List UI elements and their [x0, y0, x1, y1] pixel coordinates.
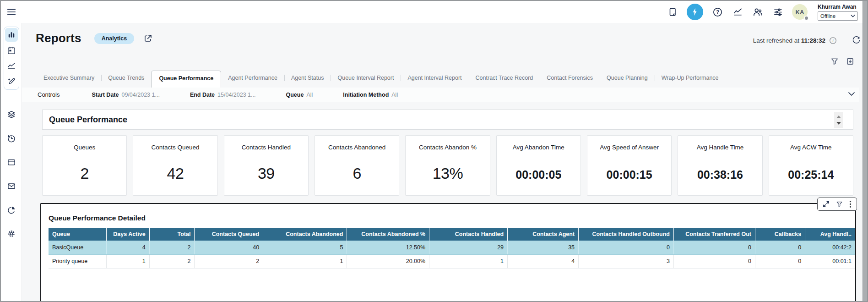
status-select[interactable]: Offline [818, 11, 858, 21]
tab-contact-forensics[interactable]: Contact Forensics [540, 71, 600, 85]
layers-icon [7, 110, 16, 119]
panel-filter-icon[interactable] [836, 201, 843, 208]
tab-wrap-up-performance[interactable]: Wrap-Up Performance [655, 71, 726, 85]
controls-bar: Controls Start Date09/04/2023 1... End D… [22, 88, 859, 102]
section-header: Queue Performance [42, 110, 853, 130]
kpi-avg-speed-of-answer: Avg Speed of Answer 00:00:15 [587, 135, 672, 196]
col-contacts-agent[interactable]: Contacts Agent [508, 228, 579, 241]
energy-bolt-icon[interactable] [687, 4, 703, 20]
sidebar-item-pie-chart[interactable] [5, 203, 18, 217]
tab-queue-trends[interactable]: Queue Trends [101, 71, 151, 85]
kpi-queues: Queues 2 [42, 135, 127, 196]
table-header-row: Queue Days Active Total Contacts Queued … [49, 228, 855, 241]
col-contacts-tranferred-out[interactable]: Contacts Tranferred Out [673, 228, 755, 241]
top-bar: ? KA Khurram Awan Offline [1, 1, 863, 23]
kpi-avg-acw-time: Avg ACW Time 00:25:14 [769, 135, 853, 196]
col-days-active[interactable]: Days Active [107, 228, 149, 241]
queue-performance-detailed-panel: Queue Performance Detailed Queue Days Ac… [40, 203, 856, 302]
kpi-avg-abandon-time: Avg Abandon Time 00:00:05 [496, 135, 581, 196]
table-row-priority-queue[interactable]: Priority queue 1 2 2 1 20.00% 1 4 3 0 0 … [49, 254, 855, 268]
analytics-badge: Analytics [94, 33, 135, 44]
sidebar-item-history[interactable] [5, 132, 18, 145]
hamburger-menu-icon[interactable] [6, 7, 16, 17]
tab-queue-performance[interactable]: Queue Performance [151, 71, 221, 88]
sketch-icon [7, 77, 16, 86]
users-icon[interactable] [752, 6, 764, 18]
kpi-contacts-handled: Contacts Handled 39 [224, 135, 309, 196]
pie-chart-icon [7, 205, 16, 214]
sidebar-item-mail[interactable] [5, 179, 18, 193]
user-name: Khurram Awan [818, 4, 858, 10]
kebab-menu-icon[interactable] [849, 200, 852, 208]
tab-agent-interval-report[interactable]: Agent Interval Report [401, 71, 468, 85]
vertical-scrollbar[interactable] [863, 1, 867, 301]
controls-collapse-chevron-icon[interactable] [848, 91, 855, 97]
page-header: Reports Analytics Last refreshed at 11:2… [36, 31, 859, 45]
queue-performance-table: Queue Days Active Total Contacts Queued … [49, 228, 855, 269]
svg-text:?: ? [716, 9, 719, 15]
tab-agent-performance[interactable]: Agent Performance [221, 71, 284, 85]
sidebar-item-window[interactable] [5, 155, 18, 169]
panel-toolbar [817, 198, 857, 211]
avatar-initials: KA [796, 9, 804, 16]
app-window: ? KA Khurram Awan Offline [0, 0, 868, 302]
kpi-contacts-abandon-pct: Contacts Abandon % 13% [405, 135, 490, 196]
bar-chart-icon [7, 30, 16, 39]
info-icon[interactable]: i [829, 37, 837, 44]
tab-queue-interval-report[interactable]: Queue Interval Report [331, 71, 401, 85]
kpi-contacts-abandoned: Contacts Abandoned 6 [315, 135, 399, 196]
scroll-down-icon [836, 122, 841, 125]
col-contacts-handled[interactable]: Contacts Handled [429, 228, 508, 241]
tab-contract-trace-record[interactable]: Contract Trace Record [469, 71, 540, 85]
presence-dot [804, 16, 809, 21]
col-contacts-handled-outbound[interactable]: Contacts Handled Outbound [579, 228, 674, 241]
filter-end-date[interactable]: End Date15/04/2023 1... [190, 92, 256, 98]
table-row-basicqueue[interactable]: BasicQueue 4 2 40 5 12.50% 29 35 0 0 0 0… [49, 241, 855, 254]
preferences-icon[interactable] [772, 6, 784, 18]
help-icon[interactable]: ? [711, 6, 723, 18]
metrics-icon[interactable] [732, 6, 743, 18]
sidebar-item-line-chart[interactable] [5, 59, 18, 73]
filter-initiation-method[interactable]: Initiation MethodAll [343, 92, 398, 98]
sidebar-analytics-group [4, 27, 19, 90]
tab-queue-planning[interactable]: Queue Planning [600, 71, 655, 85]
expand-icon[interactable] [823, 201, 830, 208]
col-queue[interactable]: Queue [49, 228, 107, 241]
sidebar-item-gear[interactable] [5, 227, 18, 241]
refresh-icon[interactable] [852, 36, 861, 45]
tab-agent-status[interactable]: Agent Status [284, 71, 331, 85]
sidebar-item-layers[interactable] [5, 108, 18, 121]
main-content: Reports Analytics Last refreshed at 11:2… [22, 23, 859, 300]
sidebar-item-sketch[interactable] [5, 75, 18, 88]
note-icon[interactable] [667, 6, 678, 18]
col-avg-handle[interactable]: Avg Handl.. [805, 228, 855, 241]
kpi-row: Queues 2 Contacts Queued 42 Contacts Han… [42, 135, 853, 196]
detail-panel-title: Queue Performance Detailed [49, 214, 855, 222]
col-contacts-abandoned[interactable]: Contacts Abandoned [263, 228, 347, 241]
tab-executive-summary[interactable]: Executive Summary [37, 71, 101, 85]
section-scrollbar[interactable] [834, 112, 843, 128]
filter-queue[interactable]: QueueAll [286, 92, 313, 98]
sidebar-item-bar-chart[interactable] [5, 28, 18, 42]
col-contacts-queued[interactable]: Contacts Queued [195, 228, 263, 241]
last-refreshed-time: 11:28:32 [801, 37, 825, 44]
calendar-icon [7, 46, 16, 55]
last-refreshed-text: Last refreshed at 11:28:32 [753, 37, 825, 44]
kpi-contacts-queued: Contacts Queued 42 [133, 135, 217, 196]
col-total[interactable]: Total [149, 228, 195, 241]
refresh-info: Last refreshed at 11:28:32 i [753, 36, 861, 45]
col-contacts-abandoned-pct[interactable]: Contacts Abandoned % [347, 228, 429, 241]
controls-label[interactable]: Controls [38, 91, 60, 98]
report-actions [22, 57, 854, 66]
download-icon[interactable] [846, 57, 854, 66]
scroll-up-icon [836, 115, 841, 118]
window-icon [7, 158, 16, 167]
filter-start-date[interactable]: Start Date09/04/2023 1... [92, 92, 159, 98]
filter-icon[interactable] [830, 57, 839, 66]
sidebar-item-calendar[interactable] [5, 44, 18, 57]
col-callbacks[interactable]: Callbacks [755, 228, 805, 241]
external-link-icon[interactable] [143, 33, 153, 43]
topbar-actions: ? KA Khurram Awan Offline [667, 4, 863, 21]
history-icon [7, 134, 16, 143]
avatar[interactable]: KA [792, 4, 808, 20]
